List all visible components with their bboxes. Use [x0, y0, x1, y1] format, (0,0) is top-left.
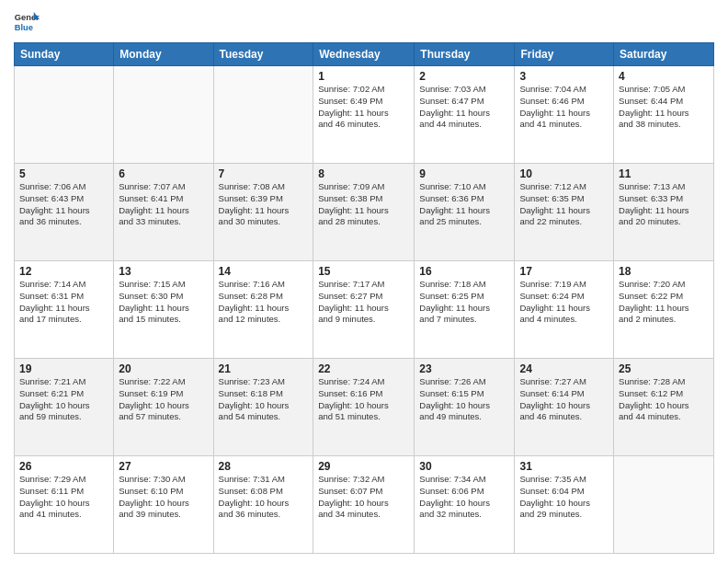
calendar-cell: 10Sunrise: 7:12 AM Sunset: 6:35 PM Dayli… — [515, 164, 614, 261]
day-info: Sunrise: 7:13 AM Sunset: 6:33 PM Dayligh… — [619, 181, 709, 228]
day-number: 19 — [19, 362, 108, 375]
day-info: Sunrise: 7:07 AM Sunset: 6:41 PM Dayligh… — [119, 181, 208, 228]
calendar-cell: 13Sunrise: 7:15 AM Sunset: 6:30 PM Dayli… — [114, 261, 213, 359]
day-info: Sunrise: 7:02 AM Sunset: 6:49 PM Dayligh… — [318, 84, 409, 131]
day-info: Sunrise: 7:14 AM Sunset: 6:31 PM Dayligh… — [19, 279, 108, 326]
day-info: Sunrise: 7:09 AM Sunset: 6:38 PM Dayligh… — [318, 181, 409, 228]
day-info: Sunrise: 7:35 AM Sunset: 6:04 PM Dayligh… — [519, 474, 609, 521]
day-header-sunday: Sunday — [15, 43, 114, 66]
day-info: Sunrise: 7:19 AM Sunset: 6:24 PM Dayligh… — [519, 279, 609, 326]
day-info: Sunrise: 7:23 AM Sunset: 6:18 PM Dayligh… — [219, 376, 309, 423]
svg-text:Blue: Blue — [15, 23, 33, 32]
calendar-cell: 2Sunrise: 7:03 AM Sunset: 6:47 PM Daylig… — [415, 66, 515, 164]
day-number: 13 — [119, 265, 208, 278]
calendar-week-row: 19Sunrise: 7:21 AM Sunset: 6:21 PM Dayli… — [15, 359, 714, 456]
day-info: Sunrise: 7:17 AM Sunset: 6:27 PM Dayligh… — [318, 279, 409, 326]
calendar-cell — [213, 66, 313, 164]
day-info: Sunrise: 7:05 AM Sunset: 6:44 PM Dayligh… — [619, 84, 709, 131]
day-number: 9 — [419, 167, 509, 180]
day-number: 6 — [119, 167, 208, 180]
day-number: 30 — [419, 460, 509, 473]
day-number: 12 — [19, 265, 108, 278]
day-number: 5 — [19, 167, 108, 180]
calendar-cell — [614, 456, 714, 554]
day-number: 8 — [318, 167, 409, 180]
day-info: Sunrise: 7:03 AM Sunset: 6:47 PM Dayligh… — [419, 84, 509, 131]
day-number: 1 — [318, 70, 409, 83]
calendar-cell — [114, 66, 213, 164]
page: General Blue SundayMondayTuesdayWednesda… — [0, 0, 728, 563]
calendar-cell: 30Sunrise: 7:34 AM Sunset: 6:06 PM Dayli… — [415, 456, 515, 554]
day-number: 2 — [419, 70, 509, 83]
calendar-cell: 11Sunrise: 7:13 AM Sunset: 6:33 PM Dayli… — [614, 164, 714, 261]
day-number: 15 — [318, 265, 409, 278]
day-number: 20 — [119, 362, 208, 375]
day-info: Sunrise: 7:32 AM Sunset: 6:07 PM Dayligh… — [318, 474, 409, 521]
day-info: Sunrise: 7:04 AM Sunset: 6:46 PM Dayligh… — [519, 84, 609, 131]
calendar-cell: 9Sunrise: 7:10 AM Sunset: 6:36 PM Daylig… — [415, 164, 515, 261]
logo: General Blue — [14, 9, 40, 35]
calendar-cell: 7Sunrise: 7:08 AM Sunset: 6:39 PM Daylig… — [213, 164, 313, 261]
day-info: Sunrise: 7:08 AM Sunset: 6:39 PM Dayligh… — [219, 181, 309, 228]
calendar-cell: 12Sunrise: 7:14 AM Sunset: 6:31 PM Dayli… — [15, 261, 114, 359]
day-header-friday: Friday — [515, 43, 614, 66]
day-number: 11 — [619, 167, 709, 180]
day-number: 7 — [219, 167, 309, 180]
day-info: Sunrise: 7:12 AM Sunset: 6:35 PM Dayligh… — [519, 181, 609, 228]
day-header-saturday: Saturday — [614, 43, 714, 66]
calendar-cell: 28Sunrise: 7:31 AM Sunset: 6:08 PM Dayli… — [213, 456, 313, 554]
calendar-cell: 17Sunrise: 7:19 AM Sunset: 6:24 PM Dayli… — [515, 261, 614, 359]
day-number: 25 — [619, 362, 709, 375]
day-info: Sunrise: 7:20 AM Sunset: 6:22 PM Dayligh… — [619, 279, 709, 326]
day-number: 3 — [519, 70, 609, 83]
calendar-cell: 20Sunrise: 7:22 AM Sunset: 6:19 PM Dayli… — [114, 359, 213, 456]
day-number: 26 — [19, 460, 108, 473]
day-number: 4 — [619, 70, 709, 83]
calendar-cell: 16Sunrise: 7:18 AM Sunset: 6:25 PM Dayli… — [415, 261, 515, 359]
calendar-cell: 4Sunrise: 7:05 AM Sunset: 6:44 PM Daylig… — [614, 66, 714, 164]
day-info: Sunrise: 7:26 AM Sunset: 6:15 PM Dayligh… — [419, 376, 509, 423]
day-header-thursday: Thursday — [415, 43, 515, 66]
day-info: Sunrise: 7:15 AM Sunset: 6:30 PM Dayligh… — [119, 279, 208, 326]
calendar-cell: 3Sunrise: 7:04 AM Sunset: 6:46 PM Daylig… — [515, 66, 614, 164]
calendar-week-row: 26Sunrise: 7:29 AM Sunset: 6:11 PM Dayli… — [15, 456, 714, 554]
day-info: Sunrise: 7:31 AM Sunset: 6:08 PM Dayligh… — [219, 474, 309, 521]
calendar-cell: 27Sunrise: 7:30 AM Sunset: 6:10 PM Dayli… — [114, 456, 213, 554]
day-info: Sunrise: 7:18 AM Sunset: 6:25 PM Dayligh… — [419, 279, 509, 326]
calendar-cell: 29Sunrise: 7:32 AM Sunset: 6:07 PM Dayli… — [313, 456, 415, 554]
day-number: 29 — [318, 460, 409, 473]
calendar-cell: 15Sunrise: 7:17 AM Sunset: 6:27 PM Dayli… — [313, 261, 415, 359]
day-info: Sunrise: 7:16 AM Sunset: 6:28 PM Dayligh… — [219, 279, 309, 326]
calendar-cell: 24Sunrise: 7:27 AM Sunset: 6:14 PM Dayli… — [515, 359, 614, 456]
day-info: Sunrise: 7:29 AM Sunset: 6:11 PM Dayligh… — [19, 474, 108, 521]
day-info: Sunrise: 7:24 AM Sunset: 6:16 PM Dayligh… — [318, 376, 409, 423]
day-number: 27 — [119, 460, 208, 473]
calendar-cell: 26Sunrise: 7:29 AM Sunset: 6:11 PM Dayli… — [15, 456, 114, 554]
day-number: 16 — [419, 265, 509, 278]
day-info: Sunrise: 7:34 AM Sunset: 6:06 PM Dayligh… — [419, 474, 509, 521]
calendar-cell: 31Sunrise: 7:35 AM Sunset: 6:04 PM Dayli… — [515, 456, 614, 554]
day-header-wednesday: Wednesday — [313, 43, 415, 66]
day-info: Sunrise: 7:30 AM Sunset: 6:10 PM Dayligh… — [119, 474, 208, 521]
calendar-cell: 6Sunrise: 7:07 AM Sunset: 6:41 PM Daylig… — [114, 164, 213, 261]
day-number: 18 — [619, 265, 709, 278]
day-number: 31 — [519, 460, 609, 473]
day-info: Sunrise: 7:28 AM Sunset: 6:12 PM Dayligh… — [619, 376, 709, 423]
calendar-cell: 21Sunrise: 7:23 AM Sunset: 6:18 PM Dayli… — [213, 359, 313, 456]
day-info: Sunrise: 7:27 AM Sunset: 6:14 PM Dayligh… — [519, 376, 609, 423]
day-number: 14 — [219, 265, 309, 278]
day-header-monday: Monday — [114, 43, 213, 66]
day-number: 17 — [519, 265, 609, 278]
calendar-cell: 25Sunrise: 7:28 AM Sunset: 6:12 PM Dayli… — [614, 359, 714, 456]
calendar-cell: 5Sunrise: 7:06 AM Sunset: 6:43 PM Daylig… — [15, 164, 114, 261]
day-info: Sunrise: 7:06 AM Sunset: 6:43 PM Dayligh… — [19, 181, 108, 228]
day-number: 21 — [219, 362, 309, 375]
calendar-cell: 8Sunrise: 7:09 AM Sunset: 6:38 PM Daylig… — [313, 164, 415, 261]
calendar-cell: 18Sunrise: 7:20 AM Sunset: 6:22 PM Dayli… — [614, 261, 714, 359]
calendar-cell: 22Sunrise: 7:24 AM Sunset: 6:16 PM Dayli… — [313, 359, 415, 456]
day-number: 28 — [219, 460, 309, 473]
calendar-table: SundayMondayTuesdayWednesdayThursdayFrid… — [14, 42, 714, 554]
day-number: 24 — [519, 362, 609, 375]
calendar-week-row: 5Sunrise: 7:06 AM Sunset: 6:43 PM Daylig… — [15, 164, 714, 261]
day-info: Sunrise: 7:22 AM Sunset: 6:19 PM Dayligh… — [119, 376, 208, 423]
